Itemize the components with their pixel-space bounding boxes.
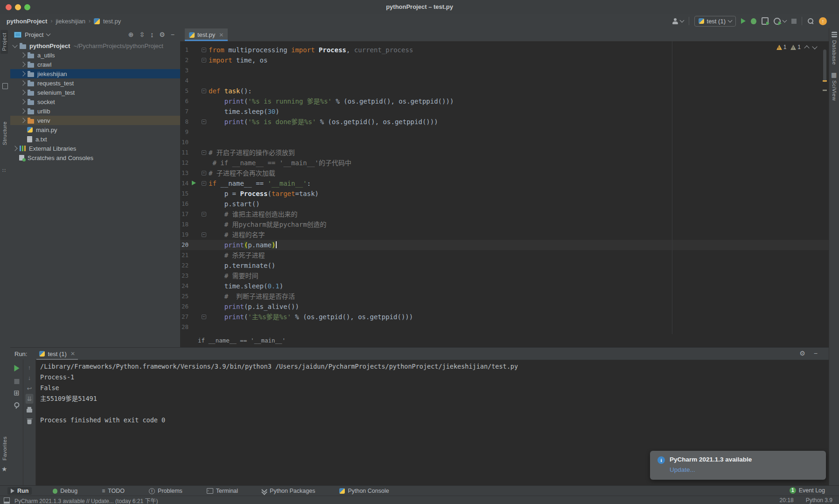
star-icon[interactable]: ★ xyxy=(1,466,7,472)
tree-item-socket[interactable]: socket xyxy=(10,97,180,106)
scrollbar-thumb[interactable] xyxy=(823,49,826,82)
tool-button-database[interactable]: Database xyxy=(832,40,837,65)
tool-button-structure[interactable]: Structure xyxy=(2,121,7,145)
hide-panel-icon[interactable]: − xyxy=(171,31,175,38)
status-message[interactable]: PyCharm 2021.1.3 available // Update... … xyxy=(14,497,158,504)
fold-icon[interactable]: − xyxy=(202,171,206,175)
fold-icon[interactable]: − xyxy=(202,89,206,93)
code-line-14[interactable]: 14−if __name__ == '__main__': xyxy=(180,178,829,189)
stop-button[interactable] xyxy=(14,379,19,384)
chevron-collapsed-icon[interactable] xyxy=(20,52,25,57)
gear-icon[interactable]: ⚙ xyxy=(159,31,165,38)
profiler-button[interactable] xyxy=(774,18,786,25)
fold-icon[interactable]: − xyxy=(202,150,206,155)
weak-warning-indicator[interactable]: !1 xyxy=(790,44,801,50)
fold-icon[interactable]: − xyxy=(202,181,206,186)
tree-item-crawl[interactable]: crawl xyxy=(10,60,180,69)
zoom-window-button[interactable] xyxy=(24,4,30,10)
toolwindow-button-python-packages[interactable]: Python Packages xyxy=(259,487,318,495)
tool-button-sciview[interactable]: SciView xyxy=(832,80,837,101)
down-stack-trace-icon[interactable]: ↓ xyxy=(28,374,31,381)
minimize-window-button[interactable] xyxy=(15,4,21,10)
code-line-7[interactable]: 7 time.sleep(30) xyxy=(180,106,829,117)
tool-button-favorites[interactable]: Favorites xyxy=(2,436,7,461)
code-line-13[interactable]: 13−# 子进程不会再次加载 xyxy=(180,168,829,178)
code-line-6[interactable]: 6 print('%s is running 爹是%s' % (os.getpi… xyxy=(180,96,829,106)
run-tab-test-1[interactable]: test (1) ✕ xyxy=(36,348,78,360)
code-line-20[interactable]: 20 print(p.name) xyxy=(180,240,829,250)
fold-icon[interactable]: − xyxy=(202,119,206,124)
tree-item-pythonproject[interactable]: pythonProject~/PycharmProjects/pythonPro… xyxy=(10,41,180,50)
chevron-collapsed-icon[interactable] xyxy=(20,71,25,76)
code-line-12[interactable]: 12 # if __name__ == '__main__'的子代码中 xyxy=(180,158,829,168)
update-notification[interactable]: i PyCharm 2021.1.3 available Update... xyxy=(650,451,826,480)
close-window-button[interactable] xyxy=(6,4,12,10)
code-line-17[interactable]: 17− # 谁把主进程创造出来的 xyxy=(180,209,829,219)
run-button[interactable] xyxy=(741,18,746,24)
fold-icon[interactable]: − xyxy=(202,232,206,237)
toolwindow-button-run[interactable]: Run xyxy=(7,487,32,495)
bookmarks-icon[interactable] xyxy=(2,83,8,89)
editor-tab-test-py[interactable]: test.py ✕ xyxy=(185,28,228,41)
code-line-19[interactable]: 19− # 进程的名字 xyxy=(180,230,829,240)
code-line-10[interactable]: 10 xyxy=(180,137,829,147)
expand-all-icon[interactable]: ⇳ xyxy=(140,31,145,38)
toolwindow-button-terminal[interactable]: ›Terminal xyxy=(203,487,241,495)
tree-item-scratches-and-consoles[interactable]: Scratches and Consoles xyxy=(10,153,180,162)
code-line-26[interactable]: 26 print(p.is_alive()) xyxy=(180,301,829,312)
chevron-collapsed-icon[interactable] xyxy=(20,99,25,104)
tree-item-urllib[interactable]: urllib xyxy=(10,106,180,116)
chevron-collapsed-icon[interactable] xyxy=(12,146,17,151)
code-line-4[interactable]: 4 xyxy=(180,76,829,86)
toolwindow-button-debug[interactable]: Debug xyxy=(49,487,81,495)
close-tab-icon[interactable]: ✕ xyxy=(219,32,224,38)
chevron-collapsed-icon[interactable] xyxy=(20,80,25,85)
editor-breadcrumb[interactable]: if __name__ == '__main__' xyxy=(180,334,829,347)
code-editor[interactable]: 1−from multiprocessing import Process, c… xyxy=(180,41,829,334)
clear-console-icon[interactable] xyxy=(28,420,32,424)
hide-panel-icon[interactable]: − xyxy=(814,350,818,357)
tree-item-venv[interactable]: venv xyxy=(10,116,180,125)
breadcrumb-file[interactable]: test.py xyxy=(103,18,121,25)
prev-problem-icon[interactable] xyxy=(804,45,809,50)
tree-item-requests-test[interactable]: requests_test xyxy=(10,78,180,88)
event-log-button[interactable]: 1 Event Log xyxy=(790,485,825,496)
code-line-16[interactable]: 16 p.start() xyxy=(180,199,829,209)
chevron-collapsed-icon[interactable] xyxy=(20,118,25,123)
breadcrumb-folder[interactable]: jiekeshijian xyxy=(56,18,85,25)
scroll-to-end-button[interactable]: ⇊ xyxy=(26,394,34,404)
commit-icon[interactable]: ∷ xyxy=(2,168,6,173)
debug-button[interactable] xyxy=(751,18,756,24)
toolwindow-button-todo[interactable]: ≡TODO xyxy=(98,487,128,495)
toolwindow-button-problems[interactable]: !Problems xyxy=(146,487,186,495)
tree-item-jiekeshijian[interactable]: jiekeshijian xyxy=(10,69,180,78)
code-line-15[interactable]: 15 p = Process(target=task) xyxy=(180,189,829,199)
code-line-24[interactable]: 24 time.sleep(0.1) xyxy=(180,281,829,291)
fold-icon[interactable]: − xyxy=(202,315,206,319)
close-tab-icon[interactable]: ✕ xyxy=(70,350,75,357)
code-line-27[interactable]: 27− print('主%s爹是%s' % (os.getpid(), os.g… xyxy=(180,312,829,322)
weak-warning-stripe-mark[interactable] xyxy=(823,90,827,91)
tree-item-a-txt[interactable]: a.txt xyxy=(10,134,180,144)
update-available-button[interactable]: ↑ xyxy=(819,17,827,25)
fold-icon[interactable]: − xyxy=(202,58,206,63)
run-configuration-select[interactable]: test (1) xyxy=(694,16,736,27)
code-line-21[interactable]: 21 # 杀死子进程 xyxy=(180,250,829,260)
pin-tab-icon[interactable] xyxy=(14,402,19,407)
toolwindow-toggle-icon[interactable] xyxy=(4,497,10,504)
tree-item-selenium-test[interactable]: selenium_test xyxy=(10,88,180,97)
code-line-22[interactable]: 22 p.terminate() xyxy=(180,260,829,271)
tree-item-a-utils[interactable]: a_utils xyxy=(10,50,180,60)
project-panel-title[interactable]: Project xyxy=(25,31,43,38)
print-icon[interactable] xyxy=(27,409,32,413)
warning-stripe-mark[interactable] xyxy=(823,80,827,82)
code-with-me-button[interactable] xyxy=(672,18,684,24)
code-line-28[interactable]: 28 xyxy=(180,322,829,332)
toolwindow-button-python-console[interactable]: Python Console xyxy=(336,487,392,495)
code-line-9[interactable]: 9 xyxy=(180,127,829,137)
search-everywhere-button[interactable] xyxy=(807,18,814,24)
fold-icon[interactable]: − xyxy=(202,212,206,217)
code-line-3[interactable]: 3 xyxy=(180,65,829,76)
warning-indicator[interactable]: !1 xyxy=(776,44,787,50)
code-line-1[interactable]: 1−from multiprocessing import Process, c… xyxy=(180,45,829,55)
